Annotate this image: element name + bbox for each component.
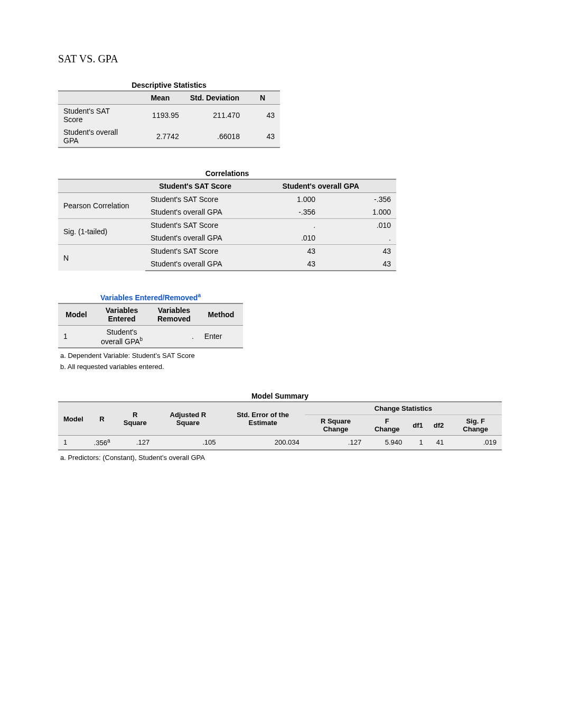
n-value: 43 — [321, 245, 396, 258]
sig-value: .010 — [321, 219, 396, 232]
page-title: SAT VS. GPA — [58, 53, 503, 65]
variables-entered-title: Variables Entered/Removeda — [58, 292, 243, 302]
rsqc-header: R Square Change — [305, 415, 367, 436]
std-value: .66018 — [184, 126, 245, 148]
sat-col-header: Student's SAT Score — [145, 179, 245, 193]
r-value: .356a — [89, 436, 116, 450]
se-value: 200.034 — [221, 436, 305, 450]
n-value: 43 — [245, 126, 280, 148]
gpa-col-header: Student's overall GPA — [245, 179, 396, 193]
entered-value: Student's overall GPAb — [95, 325, 149, 348]
table-row: 1 Student's overall GPAb . Enter — [58, 325, 243, 348]
variable-label: Student's SAT Score — [145, 245, 245, 258]
arsq-value: .105 — [155, 436, 221, 450]
footnote-b: b. All requested variables entered. — [60, 363, 503, 371]
variable-label: Student's overall GPA — [145, 206, 245, 219]
n-value: 43 — [245, 105, 280, 126]
rsqc-value: .127 — [305, 436, 367, 450]
sigfc-header: Sig. F Change — [449, 415, 502, 436]
n-header: N — [245, 91, 280, 105]
std-header: Std. Deviation — [184, 91, 245, 105]
variable-label: Student's SAT Score — [145, 219, 245, 232]
n-value: 43 — [321, 257, 396, 271]
entered-text: Student's overall GPA — [101, 328, 140, 346]
group-label: Sig. (1-tailed) — [58, 219, 145, 245]
corr-value: 1.000 — [321, 206, 396, 219]
group-label: N — [58, 245, 145, 271]
change-stats-header: Change Statistics — [305, 402, 502, 415]
variable-label: Student's overall GPA — [145, 232, 245, 245]
variable-label: Student's overall GPA — [145, 257, 245, 271]
title-text: Variables Entered/Removed — [100, 293, 198, 302]
corr-value: -.356 — [245, 206, 321, 219]
removed-value: . — [149, 325, 199, 348]
correlations-block: Correlations Student's SAT Score Student… — [58, 169, 503, 271]
sigfc-value: .019 — [449, 436, 502, 450]
variable-label: Student's overall GPA — [58, 126, 136, 148]
descriptive-statistics-block: Descriptive Statistics Mean Std. Deviati… — [58, 81, 503, 148]
table-header-row: Model R R Square Adjusted R Square Std. … — [58, 402, 502, 415]
r-sup: a — [107, 438, 110, 444]
title-sup: a — [198, 292, 201, 298]
entered-header: Variables Entered — [95, 303, 149, 326]
correlations-title: Correlations — [58, 169, 396, 178]
method-header: Method — [199, 303, 243, 326]
group-label: Pearson Correlation — [58, 193, 145, 219]
table-row: 1 .356a .127 .105 200.034 .127 5.940 1 4… — [58, 436, 502, 450]
variables-entered-table: Model Variables Entered Variables Remove… — [58, 303, 243, 349]
table-row: Student's overall GPA 2.7742 .66018 43 — [58, 126, 280, 148]
std-value: 211.470 — [184, 105, 245, 126]
model-value: 1 — [58, 436, 89, 450]
model-header: Model — [58, 402, 89, 436]
rsq-header: R Square — [115, 402, 155, 436]
footnote-a: a. Predictors: (Constant), Student's ove… — [60, 454, 503, 462]
mean-value: 2.7742 — [136, 126, 184, 148]
model-summary-table: Model R R Square Adjusted R Square Std. … — [58, 401, 502, 450]
corr-value: 1.000 — [245, 193, 321, 206]
sig-value: . — [245, 219, 321, 232]
removed-header: Variables Removed — [149, 303, 199, 326]
arsq-header: Adjusted R Square — [155, 402, 221, 436]
descriptive-title: Descriptive Statistics — [58, 81, 280, 89]
mean-value: 1193.95 — [136, 105, 184, 126]
fc-value: 5.940 — [367, 436, 407, 450]
variable-label: Student's SAT Score — [58, 105, 136, 126]
variable-label: Student's SAT Score — [145, 193, 245, 206]
df1-value: 1 — [407, 436, 428, 450]
se-header: Std. Error of the Estimate — [221, 402, 305, 436]
variables-entered-block: Variables Entered/Removeda Model Variabl… — [58, 292, 503, 371]
table-header-row: Student's SAT Score Student's overall GP… — [58, 179, 396, 193]
model-summary-block: Model Summary Model R R Square Adjusted … — [58, 392, 503, 461]
model-header: Model — [58, 303, 95, 326]
df1-header: df1 — [407, 415, 428, 436]
table-row: N Student's SAT Score 43 43 — [58, 245, 396, 258]
n-value: 43 — [245, 245, 321, 258]
df2-value: 41 — [428, 436, 450, 450]
correlations-table: Student's SAT Score Student's overall GP… — [58, 179, 396, 271]
model-summary-title: Model Summary — [58, 392, 502, 400]
table-row: Student's SAT Score 1193.95 211.470 43 — [58, 105, 280, 126]
descriptive-table: Mean Std. Deviation N Student's SAT Scor… — [58, 90, 280, 148]
entered-sup: b — [140, 336, 143, 342]
model-value: 1 — [58, 325, 95, 348]
sig-value: .010 — [245, 232, 321, 245]
method-value: Enter — [199, 325, 243, 348]
table-header-row: Mean Std. Deviation N — [58, 91, 280, 105]
table-header-row: Model Variables Entered Variables Remove… — [58, 303, 243, 326]
df2-header: df2 — [428, 415, 450, 436]
footnote-a: a. Dependent Variable: Student's SAT Sco… — [60, 352, 503, 360]
r-header: R — [89, 402, 116, 436]
blank-header — [58, 91, 136, 105]
table-row: Pearson Correlation Student's SAT Score … — [58, 193, 396, 206]
mean-header: Mean — [136, 91, 184, 105]
n-value: 43 — [245, 257, 321, 271]
blank-header — [58, 179, 145, 193]
rsq-value: .127 — [115, 436, 155, 450]
r-text: .356 — [94, 439, 107, 447]
table-row: Sig. (1-tailed) Student's SAT Score . .0… — [58, 219, 396, 232]
corr-value: -.356 — [321, 193, 396, 206]
fc-header: F Change — [367, 415, 407, 436]
sig-value: . — [321, 232, 396, 245]
